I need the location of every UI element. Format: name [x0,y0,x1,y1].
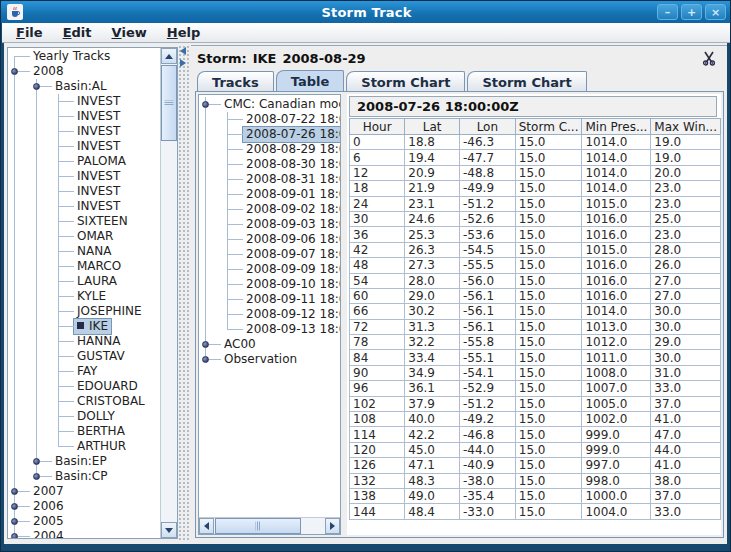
table-cell[interactable]: 15.0 [515,427,582,442]
table-row[interactable]: 12647.1-40.915.0997.041.0 [350,458,721,473]
table-cell[interactable]: 18.8 [405,135,460,150]
tree-row-edouard[interactable]: EDOUARD [8,379,160,394]
table-cell[interactable]: 1016.0 [582,273,651,288]
vertical-scroll-thumb[interactable] [161,65,177,141]
table-cell[interactable]: -52.9 [459,381,515,396]
tree-label[interactable]: 2007 [30,484,67,499]
tree-handle-icon[interactable] [11,503,18,510]
tree-label[interactable]: Basin:EP [52,454,110,469]
tree-label[interactable]: INVEST [74,184,123,199]
tree-label[interactable]: 2008-07-26 18:0 [243,127,340,142]
tree-row-invest[interactable]: INVEST [8,199,160,214]
table-row[interactable]: 12045.0-44.015.0999.044.0 [350,442,721,457]
table-cell[interactable]: 1012.0 [582,335,651,350]
table-cell[interactable]: 41.0 [651,412,721,427]
table-cell[interactable]: 49.0 [405,488,460,503]
table-cell[interactable]: 33.4 [405,350,460,365]
tree-label[interactable]: 2008-07-22 18:0 [243,112,340,127]
table-cell[interactable]: 1004.0 [582,504,651,519]
table-cell[interactable]: -49.2 [459,412,515,427]
table-cell[interactable]: -56.1 [459,304,515,319]
table-cell[interactable]: -54.5 [459,242,515,257]
table-row[interactable]: 3024.6-52.615.01016.025.0 [350,211,721,226]
table-cell[interactable]: 41.0 [651,458,721,473]
table-cell[interactable]: 15.0 [515,442,582,457]
tree-row-invest[interactable]: INVEST [8,94,160,109]
table-cell[interactable]: 24 [350,196,405,211]
tree-label[interactable]: SIXTEEN [74,214,131,229]
table-row[interactable]: 6029.0-56.115.01016.027.0 [350,288,721,303]
table-cell[interactable]: 15.0 [515,304,582,319]
tree-row-invest[interactable]: INVEST [8,109,160,124]
table-cell[interactable]: -55.1 [459,350,515,365]
table-cell[interactable]: -52.6 [459,211,515,226]
tree-label[interactable]: NANA [74,244,114,259]
tree-row-2008-09-06-18-0[interactable]: 2008-09-06 18:0 [199,232,340,247]
table-cell[interactable]: 29.0 [651,335,721,350]
table-cell[interactable]: 132 [350,473,405,488]
table-row[interactable]: 1220.9-48.815.01014.020.0 [350,165,721,180]
table-cell[interactable]: 15.0 [515,196,582,211]
scroll-right-button[interactable] [325,518,340,534]
table-cell[interactable]: -38.0 [459,473,515,488]
tree-label[interactable]: 2008-08-30 18:0 [243,157,340,172]
table-cell[interactable]: -53.6 [459,227,515,242]
tree-row-basin-al[interactable]: Basin:AL [8,79,160,94]
table-cell[interactable]: 1015.0 [582,242,651,257]
tree-row-hanna[interactable]: HANNA [8,334,160,349]
table-cell[interactable]: 15.0 [515,396,582,411]
tree-label[interactable]: Basin:CP [52,469,110,484]
scroll-down-button[interactable] [161,522,177,538]
table-cell[interactable]: 30.0 [651,350,721,365]
table-cell[interactable]: 1002.0 [582,412,651,427]
tree-handle-icon[interactable] [202,101,209,108]
tree-row-cmc-canadian-mode[interactable]: CMC: Canadian mode [199,97,340,112]
table-cell[interactable]: 26.3 [405,242,460,257]
table-cell[interactable]: 997.0 [582,458,651,473]
table-cell[interactable]: -48.8 [459,165,515,180]
column-header-hour[interactable]: Hour [350,119,405,135]
table-cell[interactable]: 19.0 [651,135,721,150]
collapse-left-icon[interactable] [180,47,186,55]
table-row[interactable]: 6630.2-56.115.01014.030.0 [350,304,721,319]
table-cell[interactable]: 54 [350,273,405,288]
horizontal-scroll-thumb[interactable] [215,518,301,534]
table-cell[interactable]: 1014.0 [582,150,651,165]
column-header-stormc[interactable]: Storm C... [515,119,582,135]
table-cell[interactable]: 15.0 [515,227,582,242]
table-cell[interactable]: -40.9 [459,458,515,473]
tree-row-basin-ep[interactable]: Basin:EP [8,454,160,469]
tree-row-2008[interactable]: 2008 [8,64,160,79]
table-cell[interactable]: 15.0 [515,150,582,165]
table-cell[interactable]: 37.0 [651,488,721,503]
table-cell[interactable]: 15.0 [515,458,582,473]
table-row[interactable]: 619.4-47.715.01014.019.0 [350,150,721,165]
table-cell[interactable]: 138 [350,488,405,503]
tree-row-2008-08-29-18-0[interactable]: 2008-08-29 18:0 [199,142,340,157]
table-cell[interactable]: 1000.0 [582,488,651,503]
table-cell[interactable]: 23.0 [651,196,721,211]
tree-row-omar[interactable]: OMAR [8,229,160,244]
table-row[interactable]: 14448.4-33.015.01004.033.0 [350,504,721,519]
table-cell[interactable]: 18 [350,181,405,196]
tree-label[interactable]: ARTHUR [74,439,129,454]
table-row[interactable]: 11442.2-46.815.0999.047.0 [350,427,721,442]
tab-storm-chart-3[interactable]: Storm Chart [467,71,586,92]
tree-row-2008-08-30-18-0[interactable]: 2008-08-30 18:0 [199,157,340,172]
tree-row-paloma[interactable]: PALOMA [8,154,160,169]
tree-row-2007[interactable]: 2007 [8,484,160,499]
tree-row-yearly-tracks[interactable]: Yearly Tracks [8,49,160,64]
table-row[interactable]: 13849.0-35.415.01000.037.0 [350,488,721,503]
tree-row-2004[interactable]: 2004 [8,529,160,538]
table-cell[interactable]: 78 [350,335,405,350]
table-cell[interactable]: 23.0 [651,227,721,242]
tree-handle-icon[interactable] [11,533,18,538]
collapse-right-icon[interactable] [180,59,186,67]
tree-label[interactable]: 2008 [30,64,67,79]
table-cell[interactable]: -51.2 [459,396,515,411]
table-cell[interactable]: -33.0 [459,504,515,519]
table-cell[interactable]: -54.1 [459,365,515,380]
table-cell[interactable]: 29.0 [405,288,460,303]
table-cell[interactable]: 15.0 [515,488,582,503]
tree-label[interactable]: 2008-09-13 18:0 [243,322,340,337]
